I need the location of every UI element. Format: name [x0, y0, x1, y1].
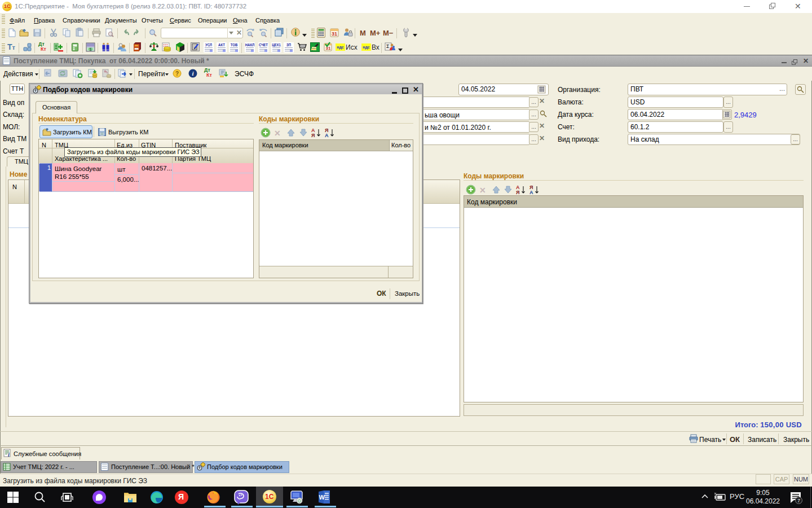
svg-text:А: А	[529, 190, 533, 195]
svg-text:Σ: Σ	[386, 43, 390, 49]
svg-text:Я: Я	[516, 190, 519, 195]
svg-text:31: 31	[332, 31, 337, 37]
svg-text:$: $	[90, 47, 92, 51]
svg-text:А: А	[325, 133, 329, 138]
svg-text:?: ?	[175, 71, 179, 77]
svg-text:7: 7	[797, 498, 800, 503]
svg-text:W: W	[319, 494, 325, 501]
svg-text:Я: Я	[311, 133, 315, 138]
svg-text:i: i	[8, 452, 10, 457]
